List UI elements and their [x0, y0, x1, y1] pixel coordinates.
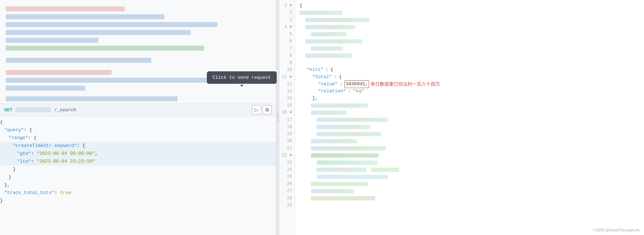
rline-23 [300, 159, 640, 166]
response-code: { [295, 0, 644, 235]
line-num-28: 28 [279, 195, 295, 202]
query-code-area: { "query": { "range": { "createTimeStr.k… [0, 116, 276, 235]
code-line-close-range: } [0, 173, 276, 181]
line-num-15: 15 [279, 102, 295, 109]
rline-17 [300, 116, 640, 123]
line-num-1: 1 ▼ [279, 2, 295, 9]
rline-14: }, [300, 95, 640, 102]
action-buttons: ▷ ⚙ [252, 105, 272, 114]
line-num-3: 3 [279, 16, 295, 24]
code-line-lte: "lte": "2023-08-04 23:23:59" [0, 158, 276, 165]
line-num-2: 2 [279, 9, 295, 16]
code-line-createtimestr: "createTimeStr.keyword": { [0, 142, 276, 150]
rline-27 [300, 188, 640, 195]
rline-12: "value" : 1836041, 单日数据量已经达到一百八十四万 [300, 81, 640, 88]
rline-16 [300, 109, 640, 116]
line-num-24: 24 [279, 166, 295, 173]
line-num-6: 6 [279, 38, 295, 45]
line-num-18: 18 [279, 123, 295, 131]
code-line-query: "query": { [0, 126, 276, 134]
url-suffix: /_search [54, 107, 76, 113]
code-line-close-gte: } [0, 165, 276, 173]
settings-button[interactable]: ⚙ [262, 105, 272, 114]
value-highlight: 1836041, [344, 80, 369, 88]
http-method: GET [4, 107, 12, 113]
send-request-tooltip[interactable]: Click to send request [207, 71, 277, 84]
rline-18 [300, 123, 640, 131]
line-num-4: 4 ▼ [279, 24, 295, 31]
code-line-close-query: }, [0, 181, 276, 189]
request-bar: GET /_search ▷ ⚙ [0, 103, 276, 116]
rline-26 [300, 180, 640, 188]
code-line-gte: "gte": "2023-08-04 00:00:00", [0, 150, 276, 158]
line-num-12: 12 [279, 81, 295, 88]
blurred-top-area [0, 0, 276, 103]
line-num-25: 25 [279, 173, 295, 180]
line-num-10: 10 [279, 66, 295, 73]
rline-10: "hits" : { [300, 66, 640, 73]
line-num-11: 11 ▼ [279, 73, 295, 81]
rline-20 [300, 138, 640, 145]
url-blur-1 [15, 107, 51, 112]
rline-6 [300, 38, 640, 45]
line-num-26: 26 [279, 180, 295, 188]
line-num-23: 23 [279, 159, 295, 166]
line-num-22: 22 ▼ [279, 152, 295, 159]
line-number-gutter: 1 ▼ 2 3 4 ▼ 5 6 7 8 9 10 11 ▼ 12 13 14 1… [279, 0, 295, 235]
tooltip-text: Click to send request [213, 75, 271, 80]
rline-24 [300, 166, 640, 173]
line-num-17: 17 [279, 116, 295, 123]
line-num-8: 8 [279, 52, 295, 59]
rline-15 [300, 102, 640, 109]
code-line-open-brace: { [0, 118, 276, 126]
rline-29 [300, 202, 640, 209]
annotation: 单日数据量已经达到一百八十四万 [370, 81, 440, 88]
rline-21 [300, 145, 640, 152]
line-num-7: 7 [279, 45, 295, 52]
line-num-16: 16 ▼ [279, 109, 295, 116]
rline-22 [300, 152, 640, 159]
line-num-27: 27 [279, 188, 295, 195]
line-num-29: 29 [279, 202, 295, 209]
rline-5 [300, 31, 640, 38]
line-num-13: 13 [279, 88, 295, 95]
line-num-14: 14 [279, 95, 295, 102]
right-panel: 1 ▼ 2 3 4 ▼ 5 6 7 8 9 10 11 ▼ 12 13 14 1… [279, 0, 644, 235]
rline-28 [300, 195, 640, 202]
code-viewer: 1 ▼ 2 3 4 ▼ 5 6 7 8 9 10 11 ▼ 12 13 14 1… [279, 0, 644, 235]
rline-11: "total" : { [300, 73, 640, 81]
watermark: CSDN @ReadThroughLife [593, 228, 640, 232]
line-num-19: 19 [279, 131, 295, 138]
code-line-range: "range": { [0, 134, 276, 142]
rline-3 [300, 16, 640, 24]
rline-25 [300, 173, 640, 180]
rline-19 [300, 131, 640, 138]
rline-1: { [300, 2, 640, 9]
line-num-9: 9 [279, 59, 295, 66]
left-panel: GET /_search ▷ ⚙ Click to send request {… [0, 0, 276, 235]
rline-2 [300, 9, 640, 16]
rline-13: "relation" : "eq" [300, 88, 640, 95]
run-button[interactable]: ▷ [252, 105, 261, 114]
rline-8 [300, 52, 640, 59]
rline-4 [300, 24, 640, 31]
rline-7 [300, 45, 640, 52]
line-num-20: 20 [279, 138, 295, 145]
tooltip-container: Click to send request [207, 71, 277, 84]
code-line-track: "track_total_hits": true [0, 189, 276, 197]
line-num-5: 5 [279, 31, 295, 38]
panel-divider[interactable] [276, 0, 279, 235]
line-num-21: 21 [279, 145, 295, 152]
code-line-close-root: } [0, 197, 276, 205]
rline-9 [300, 59, 640, 66]
